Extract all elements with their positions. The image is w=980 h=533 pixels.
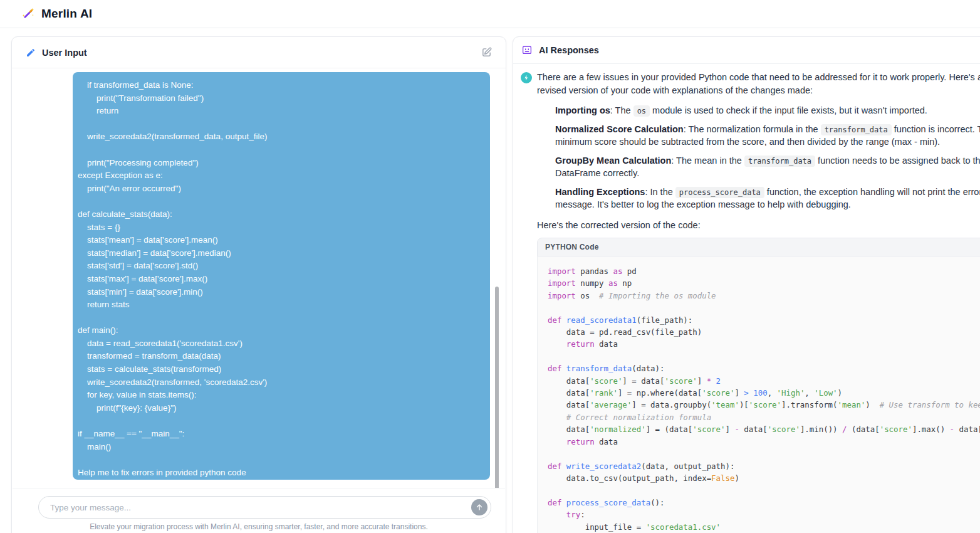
brand-title: Merlin AI	[41, 7, 92, 21]
code-line: input_file = 'scoredata1.csv'	[548, 521, 980, 533]
code-line: data['rank'] = np.where(data['score'] > …	[548, 387, 980, 399]
user-input-panel: User Input if transformed_data is None: …	[11, 36, 506, 533]
issue-item: Normalized Score Calculation: The normal…	[555, 123, 980, 149]
inline-code: os	[633, 105, 650, 117]
user-input-header: User Input	[12, 37, 506, 68]
user-message-bubble: if transformed_data is None: print("Tran…	[73, 72, 490, 480]
panel-title: AI Responses	[539, 45, 599, 55]
issue-list: Importing os: The os module is used to c…	[537, 104, 980, 211]
code-line: def read_scoredata1(file_path):	[548, 314, 980, 326]
top-bar: Merlin AI	[0, 0, 980, 28]
issue-item: GroupBy Mean Calculation: The mean in th…	[555, 154, 980, 180]
message-scrollbar[interactable]	[495, 287, 499, 488]
send-button[interactable]	[471, 499, 487, 515]
code-block: PYTHON Code import pandas as pdimport nu…	[537, 238, 980, 533]
tagline-text: Elevate your migration process with Merl…	[12, 522, 506, 531]
code-line: return data	[548, 338, 980, 350]
bot-icon	[521, 45, 533, 56]
ai-outro-text: Here's the corrected version of the code…	[537, 219, 980, 232]
message-history: if transformed_data is None: print("Tran…	[13, 69, 505, 488]
ai-message-body: There are a few issues in your provided …	[537, 71, 980, 533]
pencil-icon	[26, 48, 36, 58]
issue-item: Importing os: The os module is used to c…	[555, 104, 980, 117]
message-input-container	[38, 496, 491, 519]
code-line: import numpy as np	[548, 277, 980, 289]
code-line	[548, 484, 980, 496]
issue-item: Handling Exceptions: In the process_scor…	[555, 186, 980, 211]
code-line: def process_score_data():	[548, 497, 980, 509]
code-line: data['average'] = data.groupby('team')['…	[548, 399, 980, 411]
inline-code: process_score_data	[675, 187, 764, 198]
code-line: data = pd.read_csv(file_path)	[548, 326, 980, 338]
ai-message-area: There are a few issues in your provided …	[513, 65, 980, 533]
panel-title: User Input	[42, 48, 87, 58]
code-line	[548, 351, 980, 362]
code-block-header: PYTHON Code	[537, 238, 980, 256]
magic-wand-icon	[21, 7, 35, 21]
code-line: import pandas as pd	[548, 265, 980, 277]
code-line: def write_scoredata2(data, output_path):	[548, 460, 980, 472]
code-line: # Correct normalization formula	[548, 411, 980, 423]
code-line: data.to_csv(output_path, index=False)	[548, 472, 980, 484]
code-language-label: PYTHON Code	[545, 241, 599, 254]
code-line	[548, 448, 980, 460]
ai-avatar-bolt-icon	[521, 72, 532, 83]
code-line: data['normalized'] = (data['score'] - da…	[548, 423, 980, 435]
code-line	[548, 302, 980, 314]
code-line: try:	[548, 509, 980, 520]
code-line: return data	[548, 436, 980, 448]
ai-responses-header: AI Responses	[513, 37, 980, 64]
compose-button[interactable]	[481, 47, 492, 58]
code-line: import os # Importing the os module	[548, 290, 980, 302]
message-input[interactable]	[39, 497, 491, 518]
code-line: data['score'] = data['score'] * 2	[548, 375, 980, 387]
code-line: def transform_data(data):	[548, 362, 980, 374]
inline-code: transform_data	[821, 124, 892, 135]
user-code-text: if transformed_data is None: print("Tran…	[78, 79, 481, 479]
arrow-up-icon	[475, 503, 484, 512]
ai-intro-text: There are a few issues in your provided …	[537, 71, 980, 97]
ai-responses-panel: AI Responses There are a few issues in y…	[513, 36, 980, 533]
inline-code: transform_data	[744, 156, 815, 167]
code-body: import pandas as pdimport numpy as npimp…	[537, 256, 980, 533]
